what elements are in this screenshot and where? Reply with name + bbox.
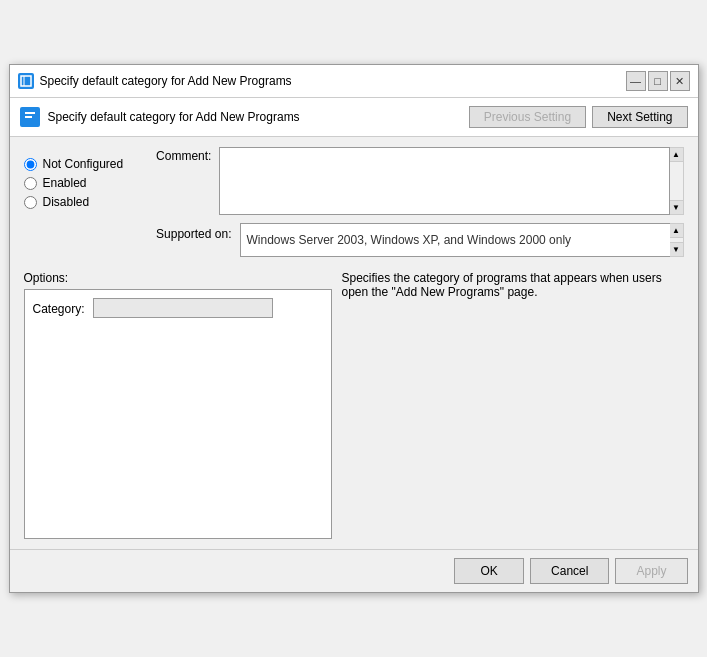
content-area: Not Configured Enabled Disabled Comment: — [10, 137, 698, 549]
disabled-radio[interactable]: Disabled — [24, 195, 157, 209]
supported-scroll-down[interactable]: ▼ — [670, 242, 683, 256]
previous-setting-button[interactable]: Previous Setting — [469, 106, 586, 128]
supported-label: Supported on: — [156, 223, 231, 241]
apply-button[interactable]: Apply — [615, 558, 687, 584]
close-button[interactable]: ✕ — [670, 71, 690, 91]
comment-textarea[interactable] — [219, 147, 669, 215]
header-buttons: Previous Setting Next Setting — [469, 106, 688, 128]
not-configured-radio[interactable]: Not Configured — [24, 157, 157, 171]
comment-label: Comment: — [156, 147, 211, 163]
supported-value: Windows Server 2003, Windows XP, and Win… — [240, 223, 670, 257]
main-window: Specify default category for Add New Pro… — [9, 64, 699, 593]
comment-scroll-up[interactable]: ▲ — [670, 148, 683, 162]
minimize-button[interactable]: — — [626, 71, 646, 91]
svg-rect-0 — [21, 76, 31, 86]
title-bar: Specify default category for Add New Pro… — [10, 65, 698, 98]
enabled-label: Enabled — [43, 176, 87, 190]
comment-row: Comment: ▲ ▼ — [156, 147, 683, 215]
options-box: Category: — [24, 289, 332, 539]
category-label: Category: — [33, 298, 85, 316]
window-icon — [18, 73, 34, 89]
svg-rect-3 — [25, 112, 35, 114]
comment-scroll-down[interactable]: ▼ — [670, 200, 683, 214]
window-title: Specify default category for Add New Pro… — [40, 74, 620, 88]
radio-section: Not Configured Enabled Disabled — [24, 147, 157, 257]
help-panel: Specifies the category of programs that … — [342, 271, 684, 539]
header-title: Specify default category for Add New Pro… — [48, 110, 300, 124]
category-input[interactable] — [93, 298, 273, 318]
not-configured-label: Not Configured — [43, 157, 124, 171]
next-setting-button[interactable]: Next Setting — [592, 106, 687, 128]
top-area: Not Configured Enabled Disabled Comment: — [24, 147, 684, 257]
svg-rect-4 — [25, 116, 32, 118]
right-col: Comment: ▲ ▼ Supported on: Windows — [156, 147, 683, 257]
title-bar-controls: — □ ✕ — [626, 71, 690, 91]
header-icon — [20, 107, 40, 127]
ok-button[interactable]: OK — [454, 558, 524, 584]
supported-row: Supported on: Windows Server 2003, Windo… — [156, 223, 683, 257]
enabled-radio[interactable]: Enabled — [24, 176, 157, 190]
header-left: Specify default category for Add New Pro… — [20, 107, 300, 127]
options-panel: Options: Category: — [24, 271, 332, 539]
header-bar: Specify default category for Add New Pro… — [10, 98, 698, 137]
options-label: Options: — [24, 271, 332, 285]
maximize-button[interactable]: □ — [648, 71, 668, 91]
disabled-label: Disabled — [43, 195, 90, 209]
cancel-button[interactable]: Cancel — [530, 558, 609, 584]
bottom-bar: OK Cancel Apply — [10, 549, 698, 592]
two-panel: Options: Category: Specifies the categor… — [24, 271, 684, 539]
supported-scroll-up[interactable]: ▲ — [670, 224, 683, 238]
